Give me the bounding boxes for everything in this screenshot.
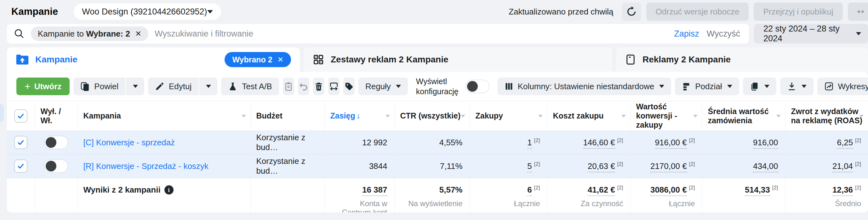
chevron-down-icon — [727, 85, 732, 88]
footnote-ref: [2] — [855, 161, 861, 167]
edit-menu-button[interactable] — [199, 78, 217, 95]
chart-icon — [824, 82, 834, 91]
sort-caret-icon — [385, 115, 390, 117]
create-button[interactable]: + Utwórz — [17, 78, 70, 95]
rules-button[interactable]: Reguły — [359, 78, 408, 95]
column-header-reach[interactable]: Zasięg↓ — [324, 101, 394, 131]
ab-test-button[interactable]: Test A/B — [221, 78, 279, 95]
sort-caret-icon — [621, 115, 626, 117]
campaign-link[interactable]: [R] Konwersje - Sprzedaż - koszyk — [84, 161, 209, 171]
charts-button[interactable]: Wykresy — [817, 78, 868, 95]
metric-subtext: Konta w Centrum kont — [330, 199, 388, 213]
download-button[interactable] — [780, 78, 813, 95]
top-bar-actions: Zaktualizowano przed chwilą Odrzuć wersj… — [509, 2, 859, 21]
close-icon[interactable]: ✕ — [277, 55, 283, 64]
more-button[interactable]: •• — [848, 2, 868, 21]
summary-empty-cell — [35, 178, 78, 213]
account-selector[interactable]: Woo Design (392104426602952) — [74, 3, 221, 20]
undo-icon — [299, 81, 309, 91]
delete-button[interactable] — [313, 78, 324, 95]
sort-desc-icon: ↓ — [356, 111, 361, 120]
filter-chip-campaigns-selected[interactable]: Kampanie to Wybrane: 2 ✕ — [31, 26, 148, 41]
footnote-ref: [2] — [534, 185, 540, 191]
summary-avg-order-cell: 514,33[2] — [702, 178, 785, 213]
column-header-purchases[interactable]: Zakupy — [470, 101, 547, 131]
chevron-down-icon — [659, 85, 664, 88]
search-bar[interactable]: Kampanie to Wybrane: 2 ✕ Zapisz Wyczyść — [7, 24, 749, 44]
column-header-ctr[interactable]: CTR (wszystkie) — [394, 101, 470, 131]
columns-button[interactable]: Kolumny: Ustawienie niestandardowe — [498, 78, 672, 95]
close-icon[interactable]: ✕ — [135, 29, 142, 38]
column-header-roas[interactable]: Zwrot z wydatków na reklamę (ROAS) — [785, 101, 868, 131]
selected-count-label: Wybrano 2 — [232, 55, 272, 64]
chevron-down-icon — [396, 85, 401, 88]
tab-ad-sets[interactable]: Zestawy reklam 2 Kampanie — [304, 47, 612, 72]
view-setup-toggle[interactable] — [465, 80, 490, 93]
tag-button[interactable] — [343, 78, 354, 95]
top-bar: Kampanie Woo Design (392104426602952) Za… — [0, 0, 868, 23]
level-tabs: Kampanie Wybrano 2 ✕ Zestawy reklam 2 Ka… — [7, 47, 868, 72]
account-selector-label: Woo Design (392104426602952) — [82, 7, 207, 17]
ad-sets-grid-icon — [312, 54, 324, 65]
metric-subtext: Za czynność — [553, 199, 623, 208]
date-range-picker[interactable]: 22 sty 2024 – 28 sty 2024 — [754, 24, 868, 44]
reports-icon — [750, 82, 760, 91]
select-all-header — [7, 101, 35, 131]
download-icon — [787, 82, 797, 91]
paste-button[interactable] — [283, 78, 294, 95]
row-checkbox[interactable] — [14, 160, 27, 173]
chevron-down-icon — [802, 85, 807, 88]
chevron-down-icon — [764, 85, 769, 88]
campaign-toggle[interactable] — [44, 160, 68, 173]
columns-icon — [504, 82, 514, 91]
save-filter-button[interactable]: Zapisz — [674, 29, 699, 39]
filter-row: Kampanie to Wybrane: 2 ✕ Zapisz Wyczyść … — [7, 24, 868, 44]
check-icon — [17, 112, 25, 120]
roas-cell: 6,25[2] — [785, 131, 868, 155]
campaign-toggle[interactable] — [44, 136, 68, 149]
footnote-ref: [2] — [617, 161, 623, 167]
sort-caret-icon — [461, 115, 465, 117]
summary-reach-cell: 16 387Konta w Centrum kont — [324, 178, 394, 213]
breakdown-button[interactable]: Podział — [675, 78, 739, 95]
ads-manager-app: Kampanie Woo Design (392104426602952) Za… — [0, 0, 868, 220]
column-header-onoff: Wył. / Wł. — [35, 101, 78, 131]
column-header-cost-per-purchase[interactable]: Koszt zakupu — [547, 101, 630, 131]
footnote-ref: [2] — [534, 137, 540, 143]
row-checkbox[interactable] — [14, 136, 27, 149]
footnote-ref: [2] — [617, 185, 623, 191]
duplicate-button[interactable]: Powiel — [73, 78, 125, 95]
left-rail-highlight — [0, 104, 4, 122]
select-all-checkbox[interactable] — [14, 109, 27, 122]
row-toggle-cell — [35, 155, 78, 178]
clear-filter-button[interactable]: Wyczyść — [707, 29, 740, 39]
chevron-down-icon — [206, 85, 211, 88]
campaigns-table: Wył. / Wł. Kampania Budżet Zasięg↓ CTR (… — [7, 101, 868, 213]
campaign-name-cell: [R] Konwersje - Sprzedaż - koszyk — [78, 155, 250, 178]
purchases-cell: 1[2] — [470, 131, 547, 155]
search-input[interactable] — [155, 29, 668, 39]
export-button[interactable] — [328, 78, 340, 95]
summary-row: Wyniki z 2 kampaniii 16 387Konta w Centr… — [7, 178, 868, 213]
reach-cell: 12 992 — [324, 131, 394, 155]
edit-button[interactable]: Edytuj — [148, 78, 198, 95]
tab-ads[interactable]: Reklamy 2 Kampanie — [616, 47, 868, 72]
summary-budget-cell — [250, 178, 324, 213]
summary-conversion-value-cell: 3086,00 €[2]Łącznie — [630, 178, 702, 213]
undo-button[interactable] — [298, 78, 309, 95]
summary-roas-cell: 12,36[2]Średnio — [785, 178, 868, 213]
selected-count-badge[interactable]: Wybrano 2 ✕ — [224, 52, 291, 67]
discard-drafts-button[interactable]: Odrzuć wersje robocze — [646, 2, 749, 21]
review-publish-button[interactable]: Przejrzyj i opublikuj — [754, 2, 843, 21]
column-header-conversion-value[interactable]: Wartość konwersji - zakupy — [630, 101, 702, 131]
date-range-label: 22 sty 2024 – 28 sty 2024 — [764, 24, 850, 44]
reports-button[interactable] — [743, 78, 776, 95]
tab-campaigns[interactable]: Kampanie Wybrano 2 ✕ — [7, 47, 300, 72]
campaign-link[interactable]: [C] Konwersje - sprzedaż — [84, 138, 175, 147]
column-header-avg-order-value[interactable]: Średnia wartość zamówienia — [702, 101, 785, 131]
column-header-campaign[interactable]: Kampania — [78, 101, 250, 131]
refresh-button[interactable] — [622, 2, 641, 21]
avg-order-value-cell: 434,00 — [702, 155, 785, 178]
duplicate-menu-button[interactable] — [126, 78, 144, 95]
page-title: Kampanie — [11, 6, 58, 17]
